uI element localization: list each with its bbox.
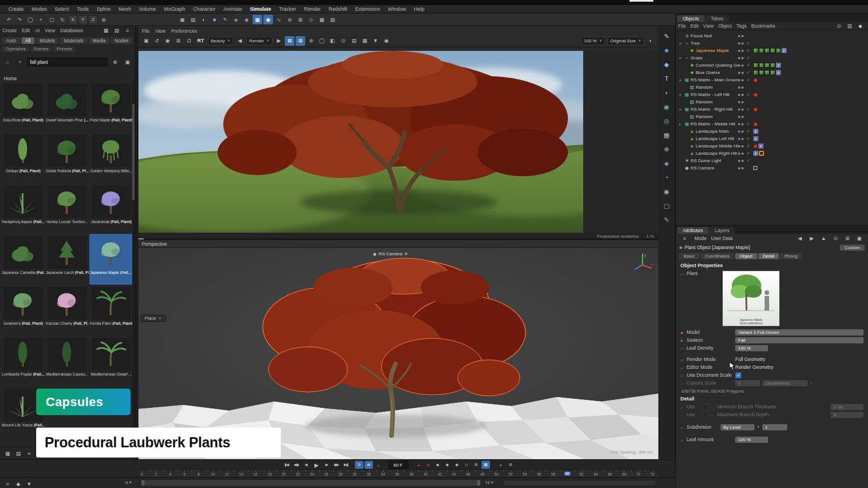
min-branch-use-checkbox[interactable] [702,404,709,410]
keyframe-selection-button[interactable]: ▤ [481,461,490,469]
plant-preview-thumbnail[interactable]: Japanese Maple (Acer palmatum) [722,271,780,326]
note-icon[interactable]: ✎ [661,214,673,225]
object-row-rs-matrix-main-ground[interactable]: ▾▦RS Matrix - Main Ground✓ [676,76,868,84]
search-icon[interactable]: ⊙ [834,21,844,31]
back-icon[interactable]: ◀ [795,234,805,243]
asset-capsule-icon[interactable]: ◉ [661,101,673,112]
anim-dot-icon[interactable]: ◇ [680,358,684,361]
remesh-icon[interactable]: ▨ [328,15,337,24]
asset-menu-ai[interactable]: AI [35,28,40,33]
object-row-landscape-middle-hill[interactable]: ▲Landscape Middle Hill✓F [676,142,868,150]
object-row-random[interactable]: ▨Random [676,113,868,120]
use-document-scale-checkbox[interactable]: ✓ [735,372,741,378]
asset-tab-media[interactable]: Media [89,37,110,44]
asset-tab-nodes[interactable]: Nodes [111,37,133,44]
asset-item-field-maple[interactable]: Field Maple (Fall, Plant) [89,81,133,132]
extrude-icon[interactable]: ◆ [242,15,251,24]
tab-attributes[interactable]: Attributes [677,227,709,234]
cube-tool-icon[interactable]: ■ [661,45,673,56]
timeline-frame-26[interactable]: 26 [324,472,328,476]
ping-pong-button[interactable]: ⇄ [364,461,373,469]
deformer-icon[interactable]: ◈ [661,158,673,169]
scale-icon[interactable]: ▢ [47,15,57,24]
menu-window[interactable]: Window [384,5,410,14]
visibility-dots[interactable] [738,130,747,133]
menu-tools[interactable]: Tools [73,5,93,14]
timeline-frame-56[interactable]: 56 [537,472,541,476]
enabled-check-icon[interactable]: ✓ [747,48,753,53]
scrollbar-thumb[interactable] [132,104,134,200]
text-tool-icon[interactable]: T [661,73,673,84]
mograph-cloner-icon[interactable]: ⊞ [296,15,305,24]
asset-item-honey-locust-sunbur[interactable]: Honey Locust 'Sunbur... [45,183,89,234]
forward-icon[interactable]: ▶ [807,234,817,243]
timeline-frame-0[interactable]: 0 [141,472,143,476]
field-tag-icon[interactable]: F [753,151,758,156]
simulate-balloon-icon[interactable]: ◉ [263,15,273,24]
timeline-frame-68[interactable]: 68 [622,472,626,476]
visibility-dots[interactable] [738,160,747,162]
timeline-frame-30[interactable]: 30 [353,472,357,476]
timeline-frame-60[interactable]: 60 [564,472,570,476]
asset-item-golden-weeping-willo[interactable]: Golden Weeping Willo... [89,132,133,183]
visibility-dots[interactable] [738,145,747,147]
menu-render[interactable]: Render [300,5,325,14]
attr-tab-object[interactable]: Object [735,253,757,259]
object-row-common-quaking-grass[interactable]: ♣Common Quaking Grass✓F [676,62,868,69]
attr-tab-phong[interactable]: Phong [780,253,802,259]
material-tag-icon[interactable] [770,48,775,53]
object-row-rs-matrix-right-hill[interactable]: ▾▦RS Matrix - Right Hill✓ [676,106,868,113]
field-tag-icon[interactable]: F [758,143,763,149]
bookmark-icon[interactable]: ◆ [856,21,865,31]
asset-menu-create[interactable]: Create [2,28,17,33]
move-icon[interactable]: + [36,15,46,24]
timeline-frame-64[interactable]: 64 [594,472,598,476]
undo-icon[interactable]: ↶ [4,15,14,24]
menu-redshift[interactable]: Redshift [324,5,351,14]
expand-arrow-icon[interactable]: ▾ [679,78,684,82]
visibility-dots[interactable] [738,72,747,74]
asset-item-jacaranda[interactable]: Jacaranda (Fall, Plant) [89,183,133,234]
keyframe-dot-icon[interactable]: ◆ [680,338,684,342]
enabled-check-icon[interactable]: ✓ [747,92,753,97]
timeline-frame-16[interactable]: 16 [253,472,257,476]
record-scale-button[interactable]: ◆ [443,461,452,469]
asset-menu-edit[interactable]: Edit [22,28,31,33]
asset-item-mediterranean-dwarf[interactable]: Mediterranean Dwarf ... [89,336,133,386]
attr-tab-coordinates[interactable]: Coordinates [701,253,734,259]
panel-icon[interactable]: ⊞ [843,234,852,243]
snap-button[interactable]: ◐ [497,461,505,469]
prev-render-button[interactable]: ◀ [235,36,245,46]
asset-tab-materials[interactable]: Materials [60,37,87,44]
enabled-check-icon[interactable]: ✓ [747,77,753,82]
anim-dot-icon[interactable]: ◇ [680,346,684,350]
object-menu-object[interactable]: Object [718,23,732,29]
subdivision-field[interactable]: 1 [762,424,787,430]
asset-tab-models[interactable]: Models [36,37,59,44]
material-tag-icon[interactable] [776,48,781,53]
expand-arrow-icon[interactable]: ▾ [679,107,684,111]
asset-collection-scenes[interactable]: Scenes [31,46,53,52]
material-tag-icon[interactable] [770,63,775,68]
asset-item-dwarf-mountain-pine[interactable]: Dwarf Mountain Pine (... [45,81,89,132]
redshift-tag-icon[interactable] [753,107,758,112]
save-search-icon[interactable]: ▣ [123,57,132,67]
loop-mode-button[interactable]: ↻ [355,461,363,469]
asset-item-globe-robinia[interactable]: Globe Robinia (Fall, Pl... [45,132,89,183]
timeline-frame-28[interactable]: 28 [338,472,342,476]
object-menu-file[interactable]: File [678,23,686,29]
object-row-blue-grama[interactable]: ♣Blue Grama✓F [676,69,868,76]
max-branch-use-checkbox[interactable] [702,412,709,418]
material-tag-icon[interactable] [759,48,764,53]
timeline-frame-10[interactable]: 10 [211,472,215,476]
timeline-frame-58[interactable]: 58 [551,472,555,476]
timeline-frame-4[interactable]: 4 [169,472,171,476]
redshift-tag-icon[interactable] [753,122,758,127]
render-mode-dropdown[interactable]: Full Geometry [735,356,765,362]
asset-item-lombardy-poplar[interactable]: Lombardy Poplar (Fall... [1,336,45,386]
object-menu-bookmarks[interactable]: Bookmarks [751,23,775,29]
object-row-landscape-left-hill[interactable]: ▲Landscape Left Hill✓F [676,135,868,142]
visibility-dots[interactable] [738,123,747,125]
anim-dot-icon[interactable]: ◇ [680,373,684,377]
layer-icon[interactable]: ▤ [349,36,359,46]
